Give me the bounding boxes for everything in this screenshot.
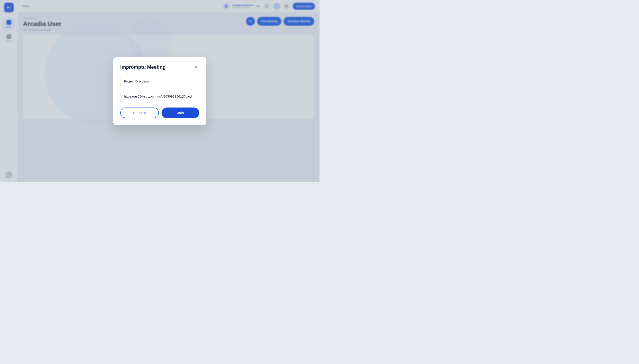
modal-overlay: Impromptu Meeting × Not Now Join xyxy=(0,0,320,182)
modal-header: Impromptu Meeting × xyxy=(120,64,199,70)
modal-title: Impromptu Meeting xyxy=(120,64,166,70)
meeting-link-input[interactable] xyxy=(120,91,199,102)
meeting-name-group xyxy=(120,76,199,87)
impromptu-meeting-modal: Impromptu Meeting × Not Now Join xyxy=(113,57,206,125)
modal-actions: Not Now Join xyxy=(120,108,199,118)
meeting-name-input[interactable] xyxy=(120,76,199,87)
not-now-button[interactable]: Not Now xyxy=(120,108,159,118)
close-button[interactable]: × xyxy=(193,64,199,70)
meeting-link-group xyxy=(120,91,199,102)
join-button[interactable]: Join xyxy=(162,108,199,118)
